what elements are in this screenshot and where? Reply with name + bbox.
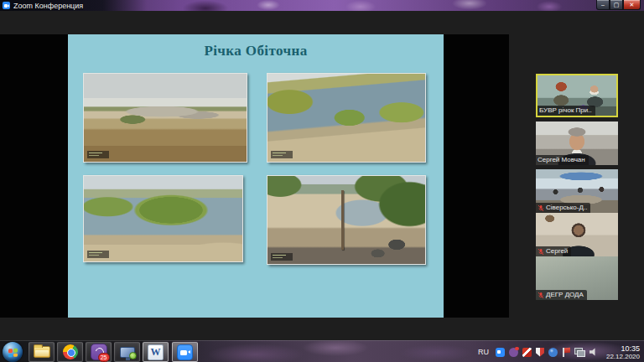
windows-logo-icon xyxy=(8,349,18,358)
participant-name-label: ДЕГР ДОДА xyxy=(536,290,587,300)
action-center-flag-icon[interactable] xyxy=(562,348,570,357)
globe-tray-icon[interactable] xyxy=(548,348,558,357)
zoom-window-body: Річка Обіточна БУВР річок При.. Сергей М… xyxy=(0,11,644,340)
zoom-icon xyxy=(177,344,193,360)
zoom-tray-icon[interactable] xyxy=(496,348,505,357)
computer-monitor-icon xyxy=(120,347,135,358)
desktop: Zoom Конференция – ▢ ✕ Річка Обіточна БУ… xyxy=(0,0,644,362)
viber-notification-badge: 25 xyxy=(98,353,110,362)
photo-watermark xyxy=(271,253,293,261)
taskbar-computer-button[interactable] xyxy=(114,342,140,362)
window-controls: – ▢ ✕ xyxy=(596,0,641,10)
language-indicator[interactable]: RU xyxy=(478,348,489,356)
river-photo-shore-rocks xyxy=(267,175,426,265)
maximize-button[interactable]: ▢ xyxy=(610,0,623,10)
chrome-icon xyxy=(63,344,78,359)
participant-tile-degr-doda[interactable]: ДЕГР ДОДА xyxy=(536,256,618,300)
clock-date: 22.12.2020 xyxy=(606,353,640,360)
participant-name-label: Сергей Мовчан xyxy=(536,155,589,165)
participant-name: Сіверсько-Д.. xyxy=(546,204,587,212)
taskbar-explorer-button[interactable] xyxy=(29,342,55,362)
participant-name-label: Сергей xyxy=(536,246,571,256)
photo-watermark xyxy=(271,151,293,158)
participant-tile-movchan[interactable]: Сергей Мовчан xyxy=(536,122,618,165)
muted-mic-icon xyxy=(538,248,544,256)
antivirus-shield-tray-icon[interactable] xyxy=(536,348,544,357)
presentation-slide: Річка Обіточна xyxy=(68,34,444,318)
photo-watermark xyxy=(87,151,109,158)
participant-name-label: Сіверсько-Д.. xyxy=(536,203,590,213)
river-photo-bend xyxy=(83,175,243,262)
minimize-button[interactable]: – xyxy=(596,0,610,10)
river-photo-dry-steppe xyxy=(83,73,247,163)
volume-icon[interactable] xyxy=(589,348,599,357)
system-tray: RU 10:35 22.12.2020 xyxy=(478,341,644,362)
taskbar-chrome-button[interactable] xyxy=(57,342,83,362)
screen-share-area: Річка Обіточна xyxy=(0,34,509,318)
photo-watermark xyxy=(87,251,109,258)
close-button[interactable]: ✕ xyxy=(623,0,641,10)
taskbar-zoom-button[interactable] xyxy=(172,342,198,362)
muted-mic-icon xyxy=(538,292,544,299)
zoom-window-titlebar[interactable]: Zoom Конференция xyxy=(0,0,147,11)
participant-name: ДЕГР ДОДА xyxy=(546,291,584,299)
clock-time: 10:35 xyxy=(606,344,640,353)
participant-name: Сергей xyxy=(546,247,568,256)
taskbar-clock[interactable]: 10:35 22.12.2020 xyxy=(606,344,640,360)
taskbar-viber-button[interactable]: 25 xyxy=(86,342,112,362)
viber-icon: 25 xyxy=(91,344,107,360)
viber-tray-icon[interactable] xyxy=(509,348,518,357)
river-photo-reeds-shore xyxy=(267,73,426,163)
participant-name-label: БУВР річок При.. xyxy=(538,106,595,116)
red-app-tray-icon[interactable] xyxy=(522,348,532,357)
participant-tile-buvr[interactable]: БУВР річок При.. xyxy=(536,74,618,117)
taskbar: 25 W RU 10:35 22.12.2020 xyxy=(0,340,644,362)
network-icon[interactable] xyxy=(574,348,585,357)
participant-name: БУВР річок При.. xyxy=(539,106,592,115)
muted-mic-icon xyxy=(538,204,544,212)
start-button[interactable] xyxy=(3,342,23,362)
word-icon: W xyxy=(148,344,164,360)
slide-title: Річка Обіточна xyxy=(68,43,444,59)
zoom-app-icon xyxy=(3,2,10,9)
participant-tile-siversko[interactable]: Сіверсько-Д.. xyxy=(536,169,618,213)
folder-icon xyxy=(34,346,50,358)
window-title: Zoom Конференция xyxy=(13,2,83,10)
participant-name: Сергей Мовчан xyxy=(538,156,585,164)
participant-tile-sergey[interactable]: Сергей xyxy=(536,213,618,256)
taskbar-word-button[interactable]: W xyxy=(143,342,169,362)
